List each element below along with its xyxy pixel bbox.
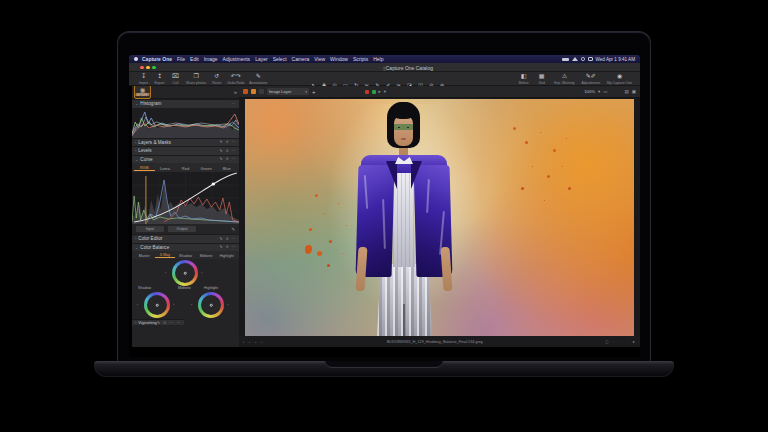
export-label: Export [155, 81, 165, 85]
highlight-color-wheel[interactable] [198, 292, 224, 318]
viewer-mid-icons: ▸ ▾ [365, 89, 387, 94]
add-layer-button[interactable]: + [312, 89, 316, 95]
wifi-icon[interactable] [572, 57, 578, 61]
layers-header-icons[interactable]: ✎ ↺ ⋯ [219, 140, 236, 144]
undo-redo-button[interactable]: ↶↷ Undo Redo [227, 73, 244, 85]
curve-tab-green[interactable]: Green [196, 165, 217, 171]
play-icon[interactable]: ▸ [379, 89, 381, 94]
chevron-down-icon[interactable]: ▾ [598, 89, 600, 94]
vignetting-panel-header[interactable]: › Vignetting ✎ ↺ ⋯ [132, 319, 177, 325]
curve-tab-luma[interactable]: Luma [155, 165, 176, 171]
shadow-wheel-label: Shadow [138, 286, 151, 290]
histogram-header-icons[interactable]: ⋯ [231, 102, 236, 106]
curve-graph[interactable] [132, 172, 239, 224]
menu-item-camera[interactable]: Camera [292, 56, 310, 62]
menu-item-select[interactable]: Select [273, 56, 287, 62]
focus-warning-icon[interactable] [365, 90, 369, 94]
curve-input-field[interactable]: Input [136, 226, 164, 232]
reset-button[interactable]: ↺ Reset [211, 73, 222, 85]
tab-adjust[interactable]: ≡ ADJUST [134, 86, 151, 99]
color-balance-panel-header[interactable]: ⌄ Color Balance ✎ ↺ ⋯ [132, 243, 239, 252]
more-tabs-icon[interactable]: » [234, 89, 237, 95]
spotlight-icon[interactable] [581, 57, 585, 61]
export-icon: ↥ [157, 73, 162, 80]
color-editor-header-icons[interactable]: ✎ ↺ ⋯ [219, 237, 236, 241]
menu-item-adjustments[interactable]: Adjustments [223, 56, 251, 62]
import-button[interactable]: ↧ Import [138, 73, 149, 85]
adjust-label: ADJUST [136, 93, 150, 97]
menu-bar-status: Wed Apr 1 9:41 AM [562, 57, 635, 62]
wheel-center-dot [156, 304, 159, 307]
levels-panel-header[interactable]: › Levels ✎ ↺ ⋯ [132, 146, 239, 155]
battery-icon[interactable] [562, 58, 569, 61]
share-photos-button[interactable]: ❐ Share photos [186, 73, 206, 85]
annotations-icon: ✎ [256, 73, 261, 80]
browser-toggle-icon[interactable]: ▤ [624, 89, 628, 94]
annotations-button[interactable]: ✎ Annotations [249, 73, 267, 85]
cull-button[interactable]: ⌧ Cull [170, 73, 181, 85]
fullscreen-icon[interactable]: ▣ [632, 89, 636, 94]
color-tag-amber[interactable] [251, 89, 256, 94]
shadow-color-wheel[interactable] [144, 292, 170, 318]
menu-item-image[interactable]: Image [204, 56, 218, 62]
export-button[interactable]: ↥ Export [154, 73, 165, 85]
curve-output-field[interactable]: Output [168, 226, 196, 232]
midtone-color-wheel[interactable] [172, 260, 198, 286]
curve-pick-icon[interactable]: ✎ [231, 227, 235, 232]
share-icon: ❐ [193, 73, 198, 80]
curve-panel-header[interactable]: ⌄ Curve ✎ ↺ ⋯ [132, 155, 239, 164]
viewer: Image Layer ▾ + ▸ ▾ 100% ▾ ▭ ▤ [239, 86, 640, 347]
cb-tab-shadow[interactable]: Shadow [175, 253, 196, 258]
histogram-panel-header[interactable]: ⌄ Histogram ⋯ [132, 99, 239, 108]
menu-bar-clock[interactable]: Wed Apr 1 9:41 AM [596, 57, 636, 62]
vignetting-header-icons[interactable]: ✎ ↺ ⋯ [157, 321, 174, 325]
adjust-icon: ≡ [141, 87, 144, 93]
exposure-warning-button[interactable]: ⚠ Exp. Warning [554, 73, 574, 85]
curve-tab-blue[interactable]: Blue [216, 165, 237, 171]
cb-tab-3way[interactable]: 3-Way [155, 252, 176, 258]
apple-menu-icon[interactable] [134, 57, 138, 61]
lid-scoop [325, 361, 443, 368]
menu-item-scripts[interactable]: Scripts [353, 56, 368, 62]
menu-item-app[interactable]: Capture One [142, 56, 172, 62]
color-tag-orange[interactable] [243, 89, 248, 94]
share-label: Share photos [186, 81, 206, 85]
menu-item-help[interactable]: Help [373, 56, 383, 62]
photo-canvas[interactable] [245, 99, 634, 336]
layer-dropdown[interactable]: Image Layer ▾ [267, 88, 309, 95]
menu-item-window[interactable]: Window [330, 56, 348, 62]
menu-item-view[interactable]: View [314, 56, 325, 62]
layers-masks-panel-header[interactable]: › Layers & Masks ✎ ↺ ⋯ [132, 138, 239, 147]
before-button[interactable]: ◧ Before [518, 73, 529, 85]
cb-tab-midtone[interactable]: Midtone [196, 253, 217, 258]
menu-item-edit[interactable]: Edit [190, 56, 199, 62]
proof-margin-icon[interactable]: ▭ [603, 89, 607, 94]
adjustments-clipboard-button[interactable]: ✎✐ Adjustments [581, 73, 600, 85]
tools-sidebar: ▤ LIBRARY ∿ TETHER ◈ SHAPE ✦ STYLE [132, 86, 239, 347]
menu-item-layer[interactable]: Layer [255, 56, 268, 62]
color-balance-header-icons[interactable]: ✎ ↺ ⋯ [219, 245, 236, 249]
bottom-left-icons[interactable]: ▪ ▪ ▪ ▪ [243, 340, 264, 344]
before-label: Before [519, 81, 529, 85]
ready-indicator-icon[interactable] [372, 90, 376, 94]
grid-button[interactable]: ▦ Grid [536, 73, 547, 85]
control-center-icon[interactable] [588, 57, 593, 61]
caret-icon[interactable]: ▾ [384, 89, 386, 94]
cb-tab-master[interactable]: Master [134, 253, 155, 258]
powder-splatter [513, 127, 516, 130]
color-balance-title: Color Balance [140, 245, 169, 250]
levels-header-icons[interactable]: ✎ ↺ ⋯ [219, 149, 236, 153]
color-tag-none[interactable] [259, 89, 264, 94]
curve-tab-rgb[interactable]: RGB [134, 164, 155, 171]
my-capture-one-button[interactable]: ◉ My Capture One [607, 73, 632, 85]
cb-tab-highlight[interactable]: Highlight [216, 253, 237, 258]
bottom-right-controls[interactable]: ▢ · · · · ● [605, 340, 636, 344]
curve-io-row: Input Output ✎ [132, 224, 239, 234]
color-editor-panel-header[interactable]: › Color Editor ✎ ↺ ⋯ [132, 234, 239, 243]
zoom-level[interactable]: 100% [584, 89, 595, 94]
curve-tab-red[interactable]: Red [175, 165, 196, 171]
menu-item-file[interactable]: File [177, 56, 185, 62]
curve-channel-tabs: RGB Luma Red Green Blue [132, 163, 239, 172]
cull-label: Cull [173, 81, 179, 85]
curve-header-icons[interactable]: ✎ ↺ ⋯ [219, 157, 236, 161]
